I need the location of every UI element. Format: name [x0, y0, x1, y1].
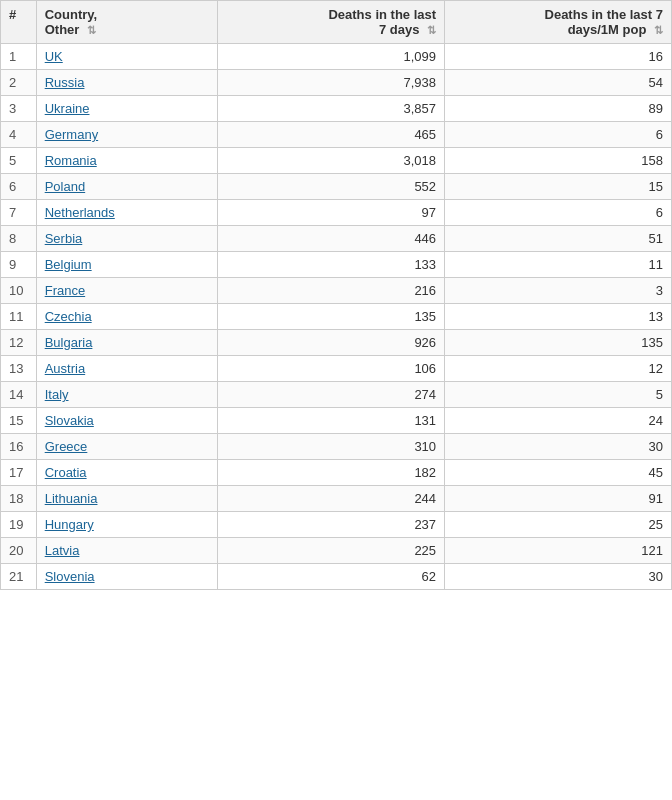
table-row: 16Greece31030	[1, 434, 672, 460]
cell-deaths7: 131	[218, 408, 445, 434]
table-row: 8Serbia44651	[1, 226, 672, 252]
table-row: 5Romania3,018158	[1, 148, 672, 174]
sort-icon-deaths7: ⇅	[427, 24, 436, 37]
col-header-deaths7[interactable]: Deaths in the last7 days ⇅	[218, 1, 445, 44]
cell-country: Lithuania	[36, 486, 218, 512]
cell-country: Bulgaria	[36, 330, 218, 356]
country-link[interactable]: Poland	[45, 179, 85, 194]
cell-deaths7per1m: 15	[445, 174, 672, 200]
cell-deaths7per1m: 16	[445, 44, 672, 70]
country-link[interactable]: Italy	[45, 387, 69, 402]
cell-deaths7per1m: 54	[445, 70, 672, 96]
cell-country: Romania	[36, 148, 218, 174]
country-link[interactable]: France	[45, 283, 85, 298]
cell-rank: 12	[1, 330, 37, 356]
cell-deaths7per1m: 91	[445, 486, 672, 512]
cell-rank: 4	[1, 122, 37, 148]
cell-deaths7: 446	[218, 226, 445, 252]
cell-deaths7: 7,938	[218, 70, 445, 96]
table-row: 18Lithuania24491	[1, 486, 672, 512]
country-link[interactable]: Austria	[45, 361, 85, 376]
cell-deaths7per1m: 6	[445, 200, 672, 226]
table-row: 19Hungary23725	[1, 512, 672, 538]
cell-deaths7: 106	[218, 356, 445, 382]
cell-deaths7: 62	[218, 564, 445, 590]
cell-deaths7: 3,857	[218, 96, 445, 122]
table-row: 4Germany4656	[1, 122, 672, 148]
cell-deaths7: 133	[218, 252, 445, 278]
table-row: 3Ukraine3,85789	[1, 96, 672, 122]
table-header-row: # Country,Other ⇅ Deaths in the last7 da…	[1, 1, 672, 44]
cell-deaths7per1m: 45	[445, 460, 672, 486]
cell-country: Germany	[36, 122, 218, 148]
cell-deaths7per1m: 51	[445, 226, 672, 252]
country-link[interactable]: Lithuania	[45, 491, 98, 506]
cell-rank: 17	[1, 460, 37, 486]
country-link[interactable]: Germany	[45, 127, 98, 142]
cell-deaths7per1m: 5	[445, 382, 672, 408]
cell-deaths7: 3,018	[218, 148, 445, 174]
country-link[interactable]: Slovakia	[45, 413, 94, 428]
cell-deaths7: 1,099	[218, 44, 445, 70]
country-link[interactable]: Latvia	[45, 543, 80, 558]
country-link[interactable]: Croatia	[45, 465, 87, 480]
country-link[interactable]: Bulgaria	[45, 335, 93, 350]
cell-rank: 9	[1, 252, 37, 278]
table-row: 12Bulgaria926135	[1, 330, 672, 356]
table-row: 11Czechia13513	[1, 304, 672, 330]
col-header-rank[interactable]: #	[1, 1, 37, 44]
cell-deaths7: 274	[218, 382, 445, 408]
col-deaths7per1m-label: Deaths in the last 7days/1M pop	[545, 7, 663, 37]
cell-deaths7per1m: 13	[445, 304, 672, 330]
cell-deaths7: 926	[218, 330, 445, 356]
cell-country: France	[36, 278, 218, 304]
cell-deaths7per1m: 30	[445, 434, 672, 460]
table-row: 7Netherlands976	[1, 200, 672, 226]
cell-country: Slovenia	[36, 564, 218, 590]
country-link[interactable]: Romania	[45, 153, 97, 168]
cell-country: Ukraine	[36, 96, 218, 122]
cell-country: Italy	[36, 382, 218, 408]
country-link[interactable]: Russia	[45, 75, 85, 90]
cell-deaths7: 225	[218, 538, 445, 564]
country-link[interactable]: Hungary	[45, 517, 94, 532]
cell-deaths7per1m: 89	[445, 96, 672, 122]
cell-deaths7per1m: 24	[445, 408, 672, 434]
cell-rank: 21	[1, 564, 37, 590]
cell-deaths7per1m: 6	[445, 122, 672, 148]
cell-rank: 10	[1, 278, 37, 304]
cell-deaths7: 244	[218, 486, 445, 512]
col-header-deaths7per1m[interactable]: Deaths in the last 7days/1M pop ⇅	[445, 1, 672, 44]
cell-deaths7: 216	[218, 278, 445, 304]
cell-rank: 20	[1, 538, 37, 564]
country-link[interactable]: Serbia	[45, 231, 83, 246]
country-link[interactable]: Slovenia	[45, 569, 95, 584]
col-deaths7-label: Deaths in the last7 days	[328, 7, 436, 37]
country-link[interactable]: Czechia	[45, 309, 92, 324]
col-header-country[interactable]: Country,Other ⇅	[36, 1, 218, 44]
cell-country: Netherlands	[36, 200, 218, 226]
country-link[interactable]: Netherlands	[45, 205, 115, 220]
country-link[interactable]: Greece	[45, 439, 88, 454]
data-table: # Country,Other ⇅ Deaths in the last7 da…	[0, 0, 672, 590]
cell-rank: 16	[1, 434, 37, 460]
country-link[interactable]: Belgium	[45, 257, 92, 272]
sort-icon-deaths7per1m: ⇅	[654, 24, 663, 37]
cell-rank: 7	[1, 200, 37, 226]
cell-deaths7per1m: 25	[445, 512, 672, 538]
table-row: 6Poland55215	[1, 174, 672, 200]
cell-deaths7: 182	[218, 460, 445, 486]
cell-deaths7per1m: 135	[445, 330, 672, 356]
country-link[interactable]: Ukraine	[45, 101, 90, 116]
country-link[interactable]: UK	[45, 49, 63, 64]
cell-deaths7per1m: 30	[445, 564, 672, 590]
cell-rank: 19	[1, 512, 37, 538]
cell-rank: 5	[1, 148, 37, 174]
table-row: 13Austria10612	[1, 356, 672, 382]
sort-icon-country: ⇅	[87, 24, 96, 37]
cell-country: Croatia	[36, 460, 218, 486]
col-rank-label: #	[9, 7, 16, 22]
table-row: 15Slovakia13124	[1, 408, 672, 434]
cell-rank: 14	[1, 382, 37, 408]
cell-deaths7per1m: 12	[445, 356, 672, 382]
